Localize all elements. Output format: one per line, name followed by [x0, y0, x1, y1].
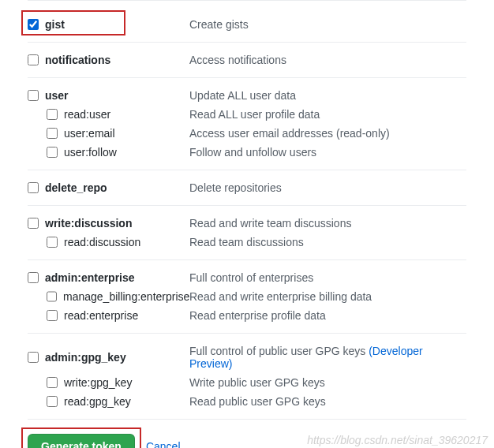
scope-group-notifications: notificationsAccess notifications	[28, 43, 466, 78]
form-footer: Generate token Cancel	[28, 434, 466, 448]
scope-row-read-enterprise: read:enterpriseRead enterprise profile d…	[28, 306, 466, 325]
scope-label-user-follow[interactable]: user:follow	[64, 146, 117, 159]
scope-row-notifications: notificationsAccess notifications	[28, 50, 466, 69]
scope-label-gist[interactable]: gist	[45, 18, 65, 31]
scope-desc-admin-enterprise: Full control of enterprises	[189, 271, 466, 284]
scope-group-user: userUpdate ALL user dataread:userRead AL…	[28, 78, 466, 170]
scope-group-write-discussion: write:discussionRead and write team disc…	[28, 206, 466, 260]
scope-row-read-discussion: read:discussionRead team discussions	[28, 233, 466, 252]
scope-group-admin-enterprise: admin:enterpriseFull control of enterpri…	[28, 260, 466, 334]
scope-desc-user-follow: Follow and unfollow users	[189, 146, 466, 159]
scope-checkbox-gist[interactable]	[28, 19, 39, 30]
scope-label-admin-gpg-key[interactable]: admin:gpg_key	[45, 351, 126, 364]
scope-label-notifications[interactable]: notifications	[45, 54, 110, 66]
scope-row-admin-gpg-key: admin:gpg_keyFull control of public user…	[28, 342, 466, 373]
scope-checkbox-write-discussion[interactable]	[28, 218, 39, 229]
scope-desc-write-discussion: Read and write team discussions	[189, 217, 466, 230]
scope-label-delete-repo[interactable]: delete_repo	[45, 181, 107, 194]
scope-desc-gist: Create gists	[189, 18, 466, 31]
scope-label-admin-enterprise[interactable]: admin:enterprise	[45, 271, 135, 284]
scope-row-read-user: read:userRead ALL user profile data	[28, 105, 466, 124]
scope-checkbox-read-discussion[interactable]	[47, 237, 58, 248]
scope-row-write-discussion: write:discussionRead and write team disc…	[28, 214, 466, 233]
scope-label-user-email[interactable]: user:email	[64, 127, 115, 140]
scope-checkbox-read-gpg-key[interactable]	[47, 396, 58, 407]
scope-label-write-gpg-key[interactable]: write:gpg_key	[64, 376, 132, 389]
scope-desc-admin-gpg-key: Full control of public user GPG keys (De…	[189, 345, 466, 370]
scope-row-manage-billing-enterprise: manage_billing:enterpriseRead and write …	[28, 287, 466, 306]
scope-row-delete-repo: delete_repoDelete repositories	[28, 178, 466, 197]
scope-group-admin-gpg-key: admin:gpg_keyFull control of public user…	[28, 334, 466, 420]
generate-token-button[interactable]: Generate token	[28, 434, 135, 448]
scope-label-read-gpg-key[interactable]: read:gpg_key	[64, 395, 131, 408]
token-scopes-form: gistCreate gistsnotificationsAccess noti…	[0, 0, 494, 448]
cancel-link[interactable]: Cancel	[146, 440, 181, 448]
scope-label-read-enterprise[interactable]: read:enterprise	[64, 309, 138, 322]
scope-checkbox-read-user[interactable]	[47, 109, 58, 120]
scope-checkbox-read-enterprise[interactable]	[47, 310, 58, 321]
scope-desc-user-email: Access user email addresses (read-only)	[189, 127, 466, 140]
scope-label-read-user[interactable]: read:user	[64, 108, 110, 121]
scope-desc-user: Update ALL user data	[189, 89, 466, 102]
scope-row-user: userUpdate ALL user data	[28, 86, 466, 105]
scope-checkbox-user[interactable]	[28, 90, 39, 101]
scope-desc-read-discussion: Read team discussions	[189, 236, 466, 248]
cut-off-row	[28, 0, 466, 7]
scope-checkbox-admin-enterprise[interactable]	[28, 272, 39, 283]
scope-row-gist: gistCreate gists	[28, 15, 466, 34]
scope-checkbox-user-email[interactable]	[47, 128, 58, 139]
scope-label-read-discussion[interactable]: read:discussion	[64, 236, 140, 248]
scope-row-read-gpg-key: read:gpg_keyRead public user GPG keys	[28, 392, 466, 411]
developer-preview-link[interactable]: (Developer Preview)	[189, 345, 423, 370]
scope-group-delete-repo: delete_repoDelete repositories	[28, 170, 466, 206]
scope-desc-write-gpg-key: Write public user GPG keys	[189, 376, 466, 389]
scope-checkbox-admin-gpg-key[interactable]	[28, 352, 39, 363]
scope-checkbox-user-follow[interactable]	[47, 147, 58, 158]
scope-checkbox-manage-billing-enterprise[interactable]	[47, 291, 57, 302]
scope-desc-notifications: Access notifications	[189, 54, 466, 66]
scope-checkbox-write-gpg-key[interactable]	[47, 377, 58, 388]
scope-label-manage-billing-enterprise[interactable]: manage_billing:enterprise	[63, 290, 189, 303]
scope-group-gist: gistCreate gists	[28, 7, 466, 43]
scope-row-user-email: user:emailAccess user email addresses (r…	[28, 124, 466, 143]
scope-row-write-gpg-key: write:gpg_keyWrite public user GPG keys	[28, 373, 466, 392]
scope-desc-delete-repo: Delete repositories	[189, 181, 466, 194]
scope-checkbox-notifications[interactable]	[28, 54, 39, 65]
scope-label-user[interactable]: user	[45, 89, 69, 102]
scope-label-write-discussion[interactable]: write:discussion	[45, 217, 132, 230]
scope-desc-read-gpg-key: Read public user GPG keys	[189, 395, 466, 408]
scope-desc-read-user: Read ALL user profile data	[189, 108, 466, 121]
scope-desc-manage-billing-enterprise: Read and write enterprise billing data	[189, 290, 466, 303]
scope-row-admin-enterprise: admin:enterpriseFull control of enterpri…	[28, 268, 466, 287]
scope-desc-read-enterprise: Read enterprise profile data	[189, 309, 466, 322]
scope-row-user-follow: user:followFollow and unfollow users	[28, 143, 466, 162]
scope-checkbox-delete-repo[interactable]	[28, 182, 39, 193]
